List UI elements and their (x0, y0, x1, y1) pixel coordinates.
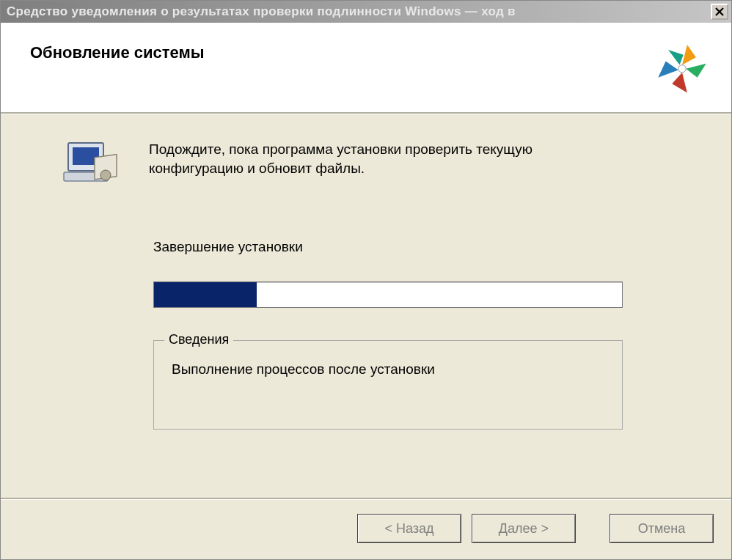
cancel-button-label: Отмена (638, 521, 686, 537)
back-button[interactable]: < Назад (357, 514, 461, 543)
close-button[interactable] (711, 4, 728, 20)
wizard-buttons: < Назад Далее > Отмена (1, 499, 731, 559)
progress-fill (154, 282, 257, 307)
details-group-title: Сведения (164, 332, 233, 347)
install-computer-icon (62, 140, 120, 196)
details-groupbox: Сведения Выполнение процессов после уста… (153, 340, 623, 430)
status-label: Завершение установки (153, 239, 658, 255)
window-title: Средство уведомления о результатах прове… (7, 4, 711, 19)
page-title: Обновление системы (30, 43, 708, 62)
close-icon (715, 7, 724, 16)
wizard-content: Подождите, пока программа установки пров… (1, 114, 731, 498)
titlebar: Средство уведомления о результатах прове… (1, 1, 731, 23)
windows-genuine-logo-icon (651, 36, 714, 103)
cancel-button[interactable]: Отмена (610, 514, 714, 543)
next-button-label: Далее > (499, 521, 549, 537)
next-button[interactable]: Далее > (472, 514, 576, 543)
back-button-label: < Назад (384, 521, 433, 537)
installer-window: Средство уведомления о результатах прове… (0, 0, 732, 560)
svg-point-0 (678, 65, 686, 73)
instruction-text: Подождите, пока программа установки пров… (149, 140, 618, 177)
details-text: Выполнение процессов после установки (172, 361, 604, 377)
svg-point-5 (100, 170, 111, 180)
progress-bar (153, 281, 623, 308)
wizard-header: Обновление системы (1, 23, 731, 114)
